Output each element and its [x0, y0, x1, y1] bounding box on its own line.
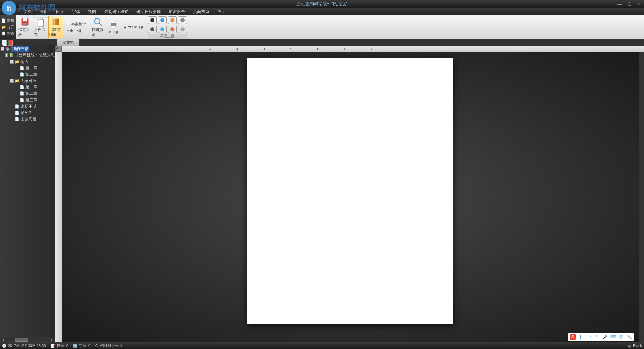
redo-label: 重	[70, 28, 73, 33]
tree-vol1-ch1[interactable]: 📄 第一章	[1, 65, 54, 71]
toggle-icon[interactable]: −	[1, 47, 4, 51]
print-button[interactable]: 打 印	[106, 16, 121, 38]
menu-force-mode[interactable]: 强制码字模式	[100, 8, 132, 15]
toggle-icon[interactable]: −	[10, 60, 14, 64]
status-right: ▦ Black	[628, 344, 642, 348]
theme-black[interactable]	[148, 16, 157, 24]
vertical-scrollbar[interactable]	[639, 52, 644, 342]
theme-gray[interactable]	[178, 16, 187, 24]
status-words: 🔤 字数: 0	[73, 343, 90, 348]
tree-ch-origin[interactable]: 📄 来历不明	[1, 103, 54, 110]
theme-5[interactable]	[148, 26, 157, 33]
save-as-button[interactable]: 文档另存	[33, 16, 48, 38]
theme-orange[interactable]	[168, 16, 177, 24]
ime-settings-icon[interactable]: 🔧	[626, 334, 632, 340]
vertical-ruler[interactable]	[55, 52, 62, 342]
ime-skin-icon[interactable]: 👕	[618, 334, 624, 340]
ime-moon-icon[interactable]: ☽	[586, 334, 592, 340]
sidebar-icon-2[interactable]: 📕	[7, 40, 12, 44]
undo-label: 销	[77, 28, 81, 33]
tree-vol2-ch1[interactable]: 📄 第一章	[1, 84, 54, 90]
ime-mode[interactable]: 中	[578, 334, 584, 340]
redo-button[interactable]: ↷重	[64, 28, 75, 34]
tree-vol1-ch2[interactable]: 📄 第二章	[1, 71, 54, 78]
print-preview-label: 打印预览	[92, 27, 105, 37]
menu-bar: 文档 编辑 插入 字体 视图 强制码字模式 码字日程安排 加密安全 页面布局 帮…	[0, 8, 644, 15]
quick-access: 📄新建 📂打开 📋重置	[0, 15, 16, 39]
theme-7[interactable]	[168, 26, 177, 33]
tree-root-label: 我的书籍	[11, 46, 29, 52]
ime-punct-icon[interactable]: °,	[594, 334, 600, 340]
print-now-button[interactable]: 🖨立即打印	[122, 24, 145, 31]
svg-point-10	[95, 18, 100, 24]
timer-icon: ⏱	[95, 344, 99, 348]
watermark-url: www.pc0359.cn	[20, 13, 53, 19]
tree-ch-contract[interactable]: 📄 契约?	[1, 110, 54, 116]
quick-open[interactable]: 📂打开	[1, 24, 15, 30]
doc-tab-source[interactable]: 源文档	[57, 39, 79, 46]
ruler-corner[interactable]: ◢	[55, 46, 62, 52]
document-tabs: 源文档	[55, 39, 644, 46]
theme-orange-icon	[170, 18, 174, 22]
svg-rect-9	[57, 19, 59, 25]
print-now-label: 立即打印	[128, 25, 143, 30]
document-page[interactable]	[247, 58, 453, 324]
print-label: 打 印	[109, 30, 118, 35]
menu-help[interactable]: 帮助	[213, 8, 229, 15]
tree-vol2-ch2[interactable]: 📄 第二章	[1, 90, 54, 97]
sidebar-icon-1[interactable]: 📑	[1, 40, 6, 44]
book-manager-button[interactable]: 书籍管理器	[48, 16, 63, 38]
ime-keyboard-icon[interactable]: ⌨	[610, 334, 616, 340]
tree-book[interactable]: − 📗 《首席挑战：恶魔的恩宠》	[1, 52, 54, 59]
book-tree: − 📚 我的书籍 − 📗 《首席挑战：恶魔的恩宠》 − 📁 情人 📄 第一章	[0, 45, 55, 337]
horizontal-ruler[interactable]: ◢ 1 2 3 4 5 6 7	[55, 46, 644, 52]
editor-body	[55, 52, 644, 342]
ruler-h-content: 1 2 3 4 5 6 7	[62, 46, 644, 52]
tree-root[interactable]: − 📚 我的书籍	[1, 46, 54, 52]
scroll-thumb[interactable]	[15, 338, 28, 342]
minimize-button[interactable]: —	[617, 1, 622, 7]
ribbon-group-theme: 界面主题	[146, 15, 189, 39]
document-canvas[interactable]	[62, 52, 639, 342]
ime-toolbar[interactable]: S 中 ☽ °, 🎤 ⌨ 👕 🔧	[568, 333, 634, 341]
theme-6[interactable]	[158, 26, 167, 33]
quick-reset-label: 重置	[7, 31, 14, 36]
app-logo: ரி	[2, 1, 18, 17]
chapter-icon: 📄	[19, 72, 24, 77]
undo-button[interactable]: 销	[76, 28, 83, 34]
tree-vol2-ch3[interactable]: 📄 第三章	[1, 97, 54, 103]
maximize-button[interactable]: ☐	[627, 1, 632, 7]
sidebar-hscroll[interactable]: ◄ ►	[0, 337, 55, 342]
theme-group-label: 界面主题	[148, 34, 187, 39]
menu-schedule[interactable]: 码字日程安排	[132, 8, 165, 15]
quick-new[interactable]: 📄新建	[1, 17, 15, 24]
ime-mic-icon[interactable]: 🎤	[602, 334, 608, 340]
toggle-icon[interactable]: −	[5, 53, 8, 57]
main-area: 📑 📕 − 📚 我的书籍 − 📗 《首席挑战：恶魔的恩宠》 − 📁 情人 📄	[0, 39, 644, 342]
chapter-icon: 📄	[19, 98, 24, 103]
close-button[interactable]: ✕	[636, 1, 641, 7]
theme-blue[interactable]	[158, 16, 167, 24]
ime-logo-icon[interactable]: S	[570, 334, 576, 340]
menu-security[interactable]: 加密安全	[165, 8, 189, 15]
tree-ch-vow[interactable]: 📄 山盟海誓	[1, 116, 54, 122]
tree-vol2[interactable]: − 📁 无家可归	[1, 78, 54, 84]
save-doc-button[interactable]: 保存文档	[17, 16, 32, 38]
menu-view[interactable]: 视图	[84, 8, 100, 15]
book-icon: 📗	[9, 53, 13, 58]
theme-6-icon	[160, 27, 164, 31]
tree-vol1-ch1-label: 第一章	[25, 65, 37, 71]
countdown-label: 倒计时 (分钟)	[100, 343, 122, 348]
word-count-button[interactable]: 📊字数统计	[64, 21, 88, 27]
toggle-icon[interactable]: −	[10, 79, 14, 83]
quick-reset[interactable]: 📋重置	[1, 30, 15, 37]
theme-8[interactable]	[178, 26, 187, 33]
svg-rect-13	[112, 21, 115, 23]
menu-font[interactable]: 字体	[68, 8, 84, 15]
theme-7-icon	[170, 27, 174, 31]
print-preview-button[interactable]: 打印预览	[91, 16, 106, 38]
menu-page-layout[interactable]: 页面布局	[189, 8, 213, 15]
new-icon: 📄	[1, 18, 6, 23]
tree-vol1[interactable]: − 📁 情人	[1, 59, 54, 65]
book-mgr-label: 书籍管理器	[49, 27, 62, 37]
